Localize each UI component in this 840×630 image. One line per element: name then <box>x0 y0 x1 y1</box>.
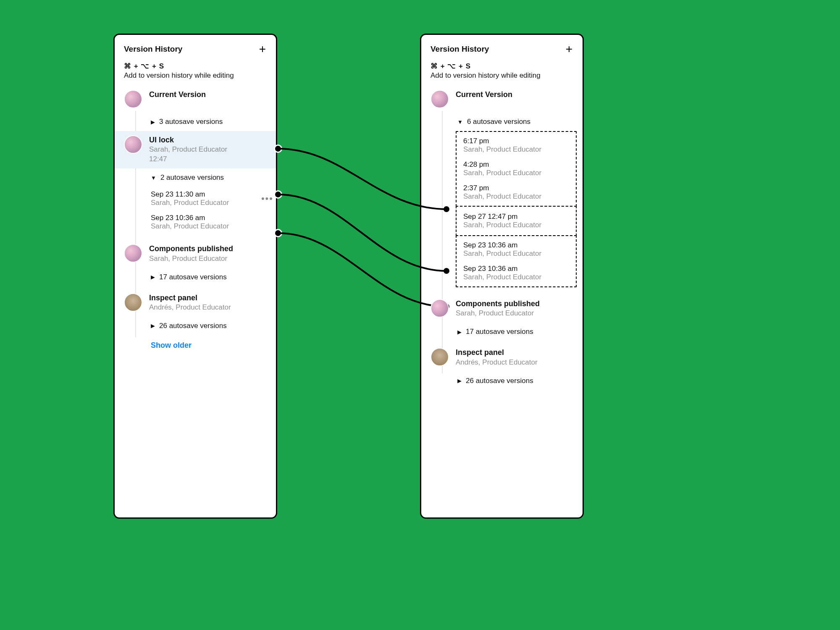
version-author: Sarah, Product Educator <box>149 145 271 155</box>
current-version-row[interactable]: Current Version <box>124 86 276 113</box>
avatar <box>124 135 142 154</box>
autosave-item[interactable]: Sep 23 11:30 am Sarah, Product Educator … <box>124 187 276 210</box>
autosave-author: Sarah, Product Educator <box>463 273 576 281</box>
autosave-item[interactable]: Sep 23 10:36 am Sarah, Product Educator <box>457 261 576 285</box>
autosave-toggle-ui-lock[interactable]: ▼ 2 autosave versions <box>124 168 276 187</box>
current-version-label: Current Version <box>149 90 271 100</box>
version-title: Components published <box>456 299 578 309</box>
autosave-item[interactable]: 6:17 pm Sarah, Product Educator <box>457 134 576 157</box>
current-version-label: Current Version <box>456 90 578 100</box>
autosave-time: Sep 23 10:36 am <box>463 241 576 249</box>
autosave-item[interactable]: Sep 27 12:47 pm Sarah, Product Educator <box>457 209 576 233</box>
version-time: 12:47 <box>149 155 271 164</box>
current-version-row[interactable]: Current Version <box>430 86 583 113</box>
autosave-count: 26 autosave versions <box>159 322 227 330</box>
shortcut-description: Add to version history while editing <box>124 71 267 80</box>
panel-header: Version History + <box>115 35 276 58</box>
autosave-count: 6 autosave versions <box>467 118 530 126</box>
autosave-item[interactable]: Sep 23 10:36 am Sarah, Product Educator <box>124 210 276 234</box>
autosave-time: Sep 23 10:36 am <box>463 265 576 273</box>
autosave-author: Sarah, Product Educator <box>463 169 576 177</box>
autosave-count: 17 autosave versions <box>159 273 227 281</box>
autosave-count: 3 autosave versions <box>159 118 223 126</box>
autosave-item[interactable]: 4:28 pm Sarah, Product Educator <box>457 157 576 181</box>
autosave-time: 4:28 pm <box>463 160 576 169</box>
caret-right-icon: ▶ <box>151 274 155 280</box>
version-row-components[interactable]: Components published Sarah, Product Educ… <box>124 240 276 268</box>
autosave-count: 17 autosave versions <box>466 328 533 336</box>
more-actions-icon[interactable]: ••• <box>261 193 276 204</box>
version-history-panel-after: Version History + ⌘ + ⌥ + S Add to versi… <box>420 34 584 519</box>
avatar <box>124 90 142 108</box>
grouped-autosaves-bottom: Sep 23 10:36 am Sarah, Product Educator … <box>456 235 577 287</box>
avatar <box>430 90 449 108</box>
autosave-toggle-components[interactable]: ▶ 17 autosave versions <box>430 323 583 341</box>
avatar <box>430 299 449 318</box>
shortcut-keys: ⌘ + ⌥ + S <box>430 62 573 71</box>
version-row-components[interactable]: Components published Sarah, Product Educ… <box>430 295 583 323</box>
autosave-time: 2:37 pm <box>463 184 576 192</box>
version-title: UI lock <box>149 135 271 145</box>
autosave-toggle-inspect[interactable]: ▶ 26 autosave versions <box>430 372 583 390</box>
caret-right-icon: ▶ <box>151 323 155 328</box>
version-title: Inspect panel <box>456 348 578 357</box>
version-author: Andrés, Product Educator <box>456 358 578 368</box>
shortcut-keys: ⌘ + ⌥ + S <box>124 62 267 71</box>
version-history-panel-before: Version History + ⌘ + ⌥ + S Add to versi… <box>113 34 277 519</box>
version-row-inspect[interactable]: Inspect panel Andrés, Product Educator <box>124 289 276 317</box>
caret-right-icon: ▶ <box>151 119 155 125</box>
caret-right-icon: ▶ <box>457 378 462 383</box>
shortcut-hint: ⌘ + ⌥ + S Add to version history while e… <box>115 58 276 86</box>
autosave-author: Sarah, Product Educator <box>463 145 576 154</box>
autosave-author: Sarah, Product Educator <box>463 249 576 258</box>
grouped-autosaves-top: 6:17 pm Sarah, Product Educator 4:28 pm … <box>456 131 577 207</box>
version-title: Inspect panel <box>149 293 271 303</box>
caret-down-icon: ▼ <box>151 175 156 181</box>
version-timeline: Current Version ▶ 3 autosave versions UI… <box>115 86 276 354</box>
version-author: Andrés, Product Educator <box>149 303 271 312</box>
shortcut-description: Add to version history while editing <box>430 71 573 80</box>
autosave-time: Sep 23 11:30 am <box>151 190 261 199</box>
version-author: Sarah, Product Educator <box>149 254 271 264</box>
autosave-author: Sarah, Product Educator <box>463 221 576 229</box>
avatar <box>124 244 142 262</box>
autosave-time: Sep 27 12:47 pm <box>463 213 576 221</box>
autosave-author: Sarah, Product Educator <box>151 222 276 231</box>
version-row-ui-lock[interactable]: UI lock Sarah, Product Educator 12:47 <box>115 131 276 168</box>
autosave-time: 6:17 pm <box>463 137 576 145</box>
autosave-count: 26 autosave versions <box>466 377 533 385</box>
autosave-author: Sarah, Product Educator <box>151 199 261 207</box>
shortcut-hint: ⌘ + ⌥ + S Add to version history while e… <box>421 58 583 86</box>
version-title: Components published <box>149 244 271 254</box>
autosave-toggle-components[interactable]: ▶ 17 autosave versions <box>124 268 276 286</box>
autosave-toggle-inspect[interactable]: ▶ 26 autosave versions <box>124 317 276 335</box>
panel-title: Version History <box>124 45 257 54</box>
autosave-count: 2 autosave versions <box>160 173 224 182</box>
caret-down-icon: ▼ <box>457 119 463 125</box>
panel-title: Version History <box>430 45 563 54</box>
avatar <box>430 348 449 366</box>
add-version-button[interactable]: + <box>257 43 268 55</box>
timeline-line <box>442 111 443 373</box>
autosave-time: Sep 23 10:36 am <box>151 214 276 222</box>
grouped-autosave-middle: Sep 27 12:47 pm Sarah, Product Educator <box>456 206 577 236</box>
version-author: Sarah, Product Educator <box>456 309 578 318</box>
autosave-toggle-current[interactable]: ▶ 3 autosave versions <box>124 113 276 131</box>
autosave-toggle-current[interactable]: ▼ 6 autosave versions <box>430 113 583 131</box>
panel-header: Version History + <box>421 35 583 58</box>
show-older-link[interactable]: Show older <box>124 335 276 354</box>
add-version-button[interactable]: + <box>563 43 575 55</box>
autosave-author: Sarah, Product Educator <box>463 192 576 201</box>
caret-right-icon: ▶ <box>457 329 462 335</box>
autosave-item[interactable]: 2:37 pm Sarah, Product Educator <box>457 181 576 204</box>
avatar <box>124 293 142 312</box>
version-row-inspect[interactable]: Inspect panel Andrés, Product Educator <box>430 344 583 371</box>
autosave-item[interactable]: Sep 23 10:36 am Sarah, Product Educator <box>457 238 576 261</box>
version-timeline: Current Version ▼ 6 autosave versions 6:… <box>421 86 583 390</box>
